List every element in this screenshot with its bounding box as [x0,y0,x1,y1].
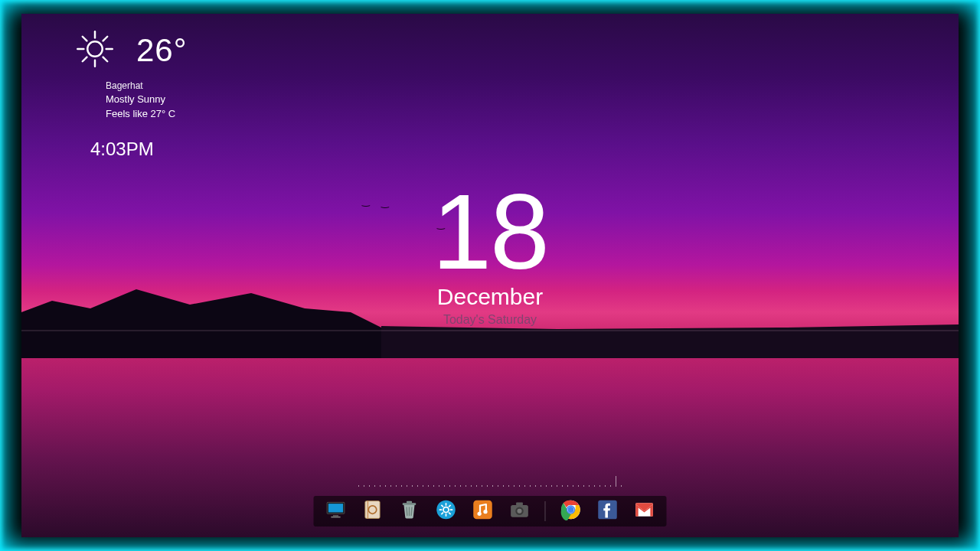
dock-item-notebook[interactable] [361,500,384,523]
dock-item-music[interactable] [472,500,495,523]
dock-item-computer[interactable] [325,500,348,523]
svg-rect-10 [328,504,343,512]
date-day-number: 18 [432,178,548,285]
facebook-icon [597,499,619,523]
date-day-name: Today's Saturday [432,313,548,327]
dock-item-trash[interactable] [398,500,421,523]
horizon-line [21,330,959,331]
weather-feels-like: Feels like 27° C [106,107,188,122]
svg-rect-17 [407,501,412,504]
computer-icon [325,499,347,523]
svg-point-0 [87,41,103,57]
svg-line-6 [103,57,108,62]
date-month: December [432,284,548,310]
clock-time: 4:03PM [90,139,188,160]
desktop-wallpaper[interactable]: ‿ ‿ ‿ 26° Bagerhat Mostly [21,14,959,537]
svg-line-7 [83,57,87,62]
svg-rect-12 [331,517,340,518]
weather-location: Bagerhat [106,80,188,93]
dock-separator [545,501,546,521]
svg-line-8 [103,37,108,41]
dock [314,496,667,527]
bird-icon: ‿ [362,196,370,207]
dock-item-camera[interactable] [508,500,531,523]
svg-line-5 [83,37,87,41]
svg-rect-27 [516,502,523,505]
svg-rect-11 [333,515,338,517]
svg-rect-23 [473,500,492,520]
notebook-icon [362,499,384,523]
weather-widget[interactable]: 26° Bagerhat Mostly Sunny Feels like 27°… [75,29,188,160]
temperature-value: 26° [136,32,188,69]
gmail-icon [634,499,655,523]
camera-icon [509,499,531,523]
trash-icon [399,499,420,523]
settings-icon [436,499,457,523]
dock-item-gmail[interactable] [633,500,656,523]
svg-point-29 [517,509,521,514]
music-icon [472,499,494,523]
svg-line-20 [411,507,412,516]
svg-point-24 [478,512,482,516]
weather-details: Bagerhat Mostly Sunny Feels like 27° C [106,80,188,122]
svg-point-33 [568,507,574,513]
bird-icon: ‿ [381,197,389,208]
audio-visualizer [358,476,622,487]
sun-icon [75,29,115,72]
dock-item-chrome[interactable] [560,500,583,523]
svg-rect-16 [403,503,416,505]
weather-condition: Mostly Sunny [106,93,188,107]
date-widget[interactable]: 18 December Today's Saturday [432,178,548,327]
dock-item-facebook[interactable] [596,500,619,523]
svg-line-18 [407,507,407,516]
dock-item-settings[interactable] [435,500,458,523]
chrome-icon [560,499,582,523]
